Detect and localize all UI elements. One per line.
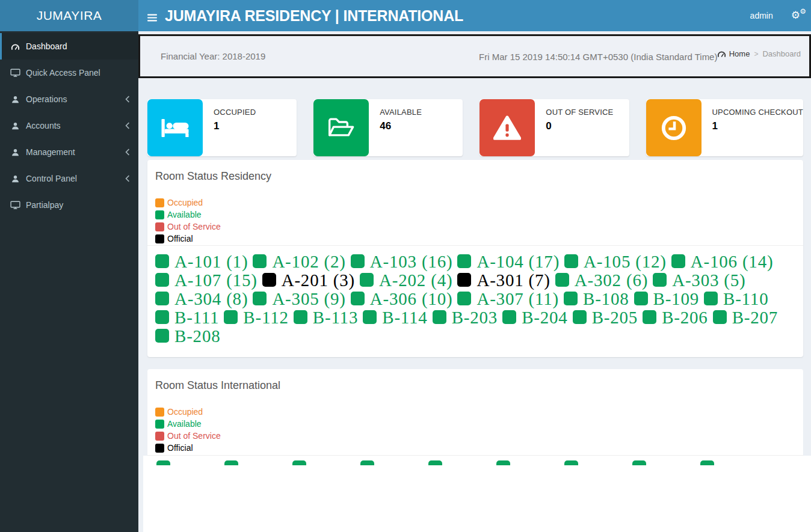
legend-color-swatch xyxy=(155,198,164,207)
room-a-102-2-[interactable]: A-102 (2) xyxy=(253,252,345,271)
room-b-109[interactable]: B-109 xyxy=(634,290,700,308)
breadcrumb-home[interactable]: Home xyxy=(717,49,750,58)
stat-card-occupied: OCCUPIED 1 xyxy=(147,99,297,156)
user-icon xyxy=(9,148,22,156)
top-navbar: JUMAYIRA RESIDENCY | INTERNATIONAL admin… xyxy=(138,0,811,31)
room-a-305-9-[interactable]: A-305 (9) xyxy=(253,290,345,308)
room-a-103-16-[interactable]: A-103 (16) xyxy=(351,252,453,271)
room-a-307-11-[interactable]: A-307 (11) xyxy=(457,290,559,308)
room-a-201-3-[interactable]: A-201 (3) xyxy=(262,271,355,290)
panel-title: Room Status Residency xyxy=(147,160,803,183)
room-b-208[interactable]: B-208 xyxy=(155,327,221,346)
room-status-square[interactable] xyxy=(564,460,578,465)
room-status-square[interactable] xyxy=(496,460,510,465)
room-a-107-15-[interactable]: A-107 (15) xyxy=(155,271,257,290)
sidebar-item-partialpay[interactable]: Partialpay xyxy=(0,192,138,218)
legend-item-out-of-service: Out of Service xyxy=(155,221,803,233)
room-status-square[interactable] xyxy=(292,460,306,465)
room-status-square xyxy=(155,292,169,305)
room-status-square[interactable] xyxy=(700,460,714,465)
room-status-square xyxy=(457,273,471,287)
room-status-square[interactable] xyxy=(632,460,646,465)
room-b-112[interactable]: B-112 xyxy=(224,308,288,327)
stat-label: AVAILABLE xyxy=(380,108,422,117)
room-b-113[interactable]: B-113 xyxy=(294,308,358,327)
chevron-left-icon xyxy=(125,175,130,182)
app-header: JUMAYIRA JUMAYIRA RESIDENCY | INTERNATIO… xyxy=(0,0,811,31)
sidebar: Dashboard Quick Access Panel Operations … xyxy=(0,31,138,532)
room-a-101-1-[interactable]: A-101 (1) xyxy=(155,252,248,271)
sidebar-item-operations[interactable]: Operations xyxy=(0,86,138,112)
room-b-205[interactable]: B-205 xyxy=(573,308,638,327)
stat-value: 1 xyxy=(214,120,256,132)
sidebar-item-management[interactable]: Management xyxy=(0,139,138,165)
room-b-207[interactable]: B-207 xyxy=(713,308,779,327)
room-status-square[interactable] xyxy=(428,460,442,465)
room-a-306-10-[interactable]: A-306 (10) xyxy=(351,290,453,308)
dashboard-icon xyxy=(9,43,22,50)
sidebar-item-accounts[interactable]: Accounts xyxy=(0,112,138,139)
sidebar-item-control-panel[interactable]: Control Panel xyxy=(0,165,138,192)
warning-icon xyxy=(480,99,535,156)
user-icon xyxy=(9,122,22,130)
room-status-square[interactable] xyxy=(224,460,238,465)
sidebar-item-dashboard[interactable]: Dashboard xyxy=(0,33,138,60)
stat-card-out-of-service: OUT OF SERVICE 0 xyxy=(480,99,629,156)
room-a-202-4-[interactable]: A-202 (4) xyxy=(360,271,452,290)
dashboard-icon xyxy=(717,50,726,58)
panel-room-status-international: Room Status International Occupied Avail… xyxy=(147,369,803,456)
room-list-international-clipped xyxy=(143,456,811,532)
app-logo[interactable]: JUMAYIRA xyxy=(0,0,138,31)
legend-color-swatch xyxy=(155,444,164,453)
room-status-square xyxy=(253,292,267,305)
room-b-108[interactable]: B-108 xyxy=(564,290,629,308)
room-status-square[interactable] xyxy=(360,460,374,465)
room-status-square xyxy=(704,292,718,305)
room-a-304-8-[interactable]: A-304 (8) xyxy=(155,290,248,308)
room-status-square xyxy=(224,310,238,324)
room-b-204[interactable]: B-204 xyxy=(502,308,568,327)
room-b-110[interactable]: B-110 xyxy=(704,290,768,308)
room-status-square xyxy=(155,310,169,324)
room-b-111[interactable]: B-111 xyxy=(155,308,219,327)
room-status-square xyxy=(457,292,471,305)
room-status-square[interactable] xyxy=(156,460,170,465)
room-status-square xyxy=(294,310,307,324)
room-status-square xyxy=(155,273,169,287)
room-a-301-7-[interactable]: A-301 (7) xyxy=(457,271,550,290)
stat-value: 0 xyxy=(546,120,613,132)
room-b-203[interactable]: B-203 xyxy=(433,308,498,327)
room-status-square xyxy=(253,254,267,268)
user-icon xyxy=(9,175,22,183)
room-a-104-17-[interactable]: A-104 (17) xyxy=(457,252,560,271)
room-status-square xyxy=(713,310,727,324)
room-a-106-14-[interactable]: A-106 (14) xyxy=(671,252,774,271)
legend-color-swatch xyxy=(155,408,164,417)
room-status-square xyxy=(555,273,569,287)
sidebar-item-quick-access-panel[interactable]: Quick Access Panel xyxy=(0,60,138,86)
room-b-206[interactable]: B-206 xyxy=(643,308,708,327)
room-status-square xyxy=(643,310,656,324)
room-status-square xyxy=(155,254,169,268)
room-a-105-12-[interactable]: A-105 (12) xyxy=(564,252,667,271)
room-status-square xyxy=(653,273,667,287)
room-status-square xyxy=(363,310,377,324)
breadcrumb-separator: > xyxy=(754,50,758,58)
hamburger-icon[interactable] xyxy=(138,10,165,22)
legend-item-occupied: Occupied xyxy=(155,197,803,209)
cogs-icon[interactable]: ⚙⚙ xyxy=(791,10,811,21)
panel-title: Room Status International xyxy=(147,369,803,392)
legend-color-swatch xyxy=(155,222,164,231)
room-a-302-6-[interactable]: A-302 (6) xyxy=(555,271,648,290)
stat-label: UPCOMING CHECKOUT xyxy=(712,108,803,117)
stat-value: 46 xyxy=(380,120,422,132)
user-menu[interactable]: admin xyxy=(750,11,791,20)
room-a-303-5-[interactable]: A-303 (5) xyxy=(653,271,745,290)
page-title: JUMAYIRA RESIDENCY | INTERNATIONAL xyxy=(165,7,463,25)
room-b-114[interactable]: B-114 xyxy=(363,308,427,327)
info-bar: Financial Year: 2018-2019 Fri Mar 15 201… xyxy=(138,34,811,78)
stat-card-upcoming-checkout: UPCOMING CHECKOUT 1 xyxy=(646,99,803,156)
datetime-label: Fri Mar 15 2019 14:50:14 GMT+0530 (India… xyxy=(479,51,717,61)
stat-label: OUT OF SERVICE xyxy=(546,108,613,117)
stat-cards-row: OCCUPIED 1 AVAILABLE 46 OUT OF SERVICE 0… xyxy=(147,99,803,156)
